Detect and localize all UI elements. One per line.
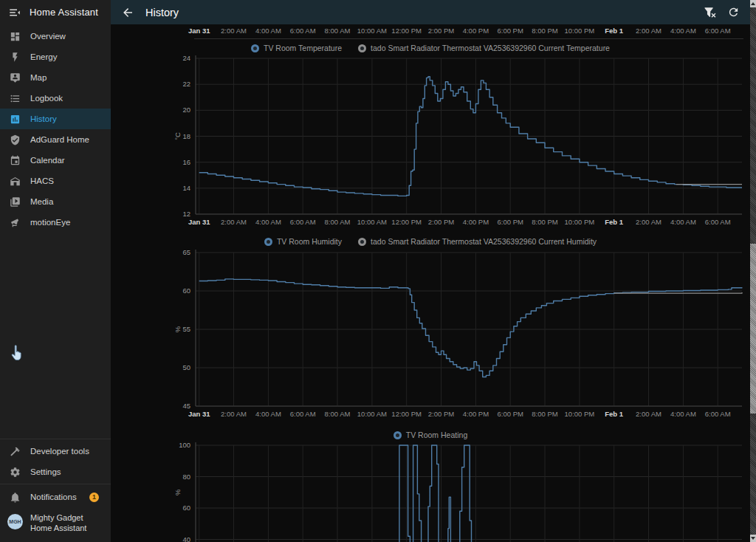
legend-label: TV Room Heating	[406, 430, 467, 439]
svg-text:10:00 PM: 10:00 PM	[565, 410, 595, 418]
scrollbar-down-button[interactable]	[750, 535, 756, 542]
axis-time-label: 2:00 PM	[428, 27, 454, 35]
svg-text:45: 45	[182, 402, 190, 410]
refresh-icon	[727, 6, 740, 18]
sidebar-item-calendar[interactable]: Calendar	[0, 150, 111, 171]
svg-text:°C: °C	[173, 132, 182, 140]
user-profile[interactable]: MGH Mighty Gadget Home Assistant	[0, 508, 111, 539]
svg-text:100: 100	[179, 441, 190, 449]
legend-label: TV Room Humidity	[277, 237, 342, 246]
app-title: Home Assistant	[30, 7, 98, 18]
legend-dot-icon	[251, 44, 259, 52]
svg-text:8:00 AM: 8:00 AM	[325, 218, 351, 226]
axis-time-label: 4:00 PM	[463, 27, 489, 35]
sidebar-item-logbook[interactable]: Logbook	[0, 88, 111, 109]
sidebar-item-label: Energy	[30, 52, 57, 61]
svg-text:55: 55	[182, 325, 190, 333]
legend-item-tv-room-humidity[interactable]: TV Room Humidity	[264, 237, 342, 246]
svg-text:4:00 PM: 4:00 PM	[463, 410, 489, 418]
scrollbar-up-button[interactable]	[750, 0, 756, 7]
dashboard-icon	[10, 31, 21, 42]
svg-text:40: 40	[182, 535, 190, 542]
sidebar-item-label: Developer tools	[30, 447, 89, 456]
sidebar-item-map[interactable]: Map	[0, 67, 111, 88]
humidity-chart-canvas[interactable]: 4550556065Jan 312:00 AM4:00 AM6:00 AM8:0…	[111, 247, 750, 425]
svg-text:Feb 1: Feb 1	[605, 410, 624, 418]
menu-toggle-button[interactable]	[8, 6, 21, 19]
filter-remove-button[interactable]	[704, 6, 716, 18]
svg-text:6:00 PM: 6:00 PM	[498, 410, 523, 418]
sidebar-divider	[0, 484, 111, 484]
svg-text:14: 14	[182, 184, 190, 192]
axis-time-label: 6:00 AM	[290, 27, 316, 35]
legend-label: tado Smart Radiator Thermostat VA2536392…	[371, 237, 597, 246]
sidebar-item-label: motionEye	[30, 218, 70, 227]
svg-text:10:00 PM: 10:00 PM	[565, 218, 595, 226]
series-line-tv-room-heating	[199, 445, 742, 542]
axis-time-label: 2:00 AM	[636, 27, 662, 35]
page-title: History	[145, 7, 179, 18]
sidebar-item-developer-tools[interactable]: Developer tools	[0, 441, 111, 462]
sidebar: Home Assistant OverviewEnergyMapLogbookH…	[0, 0, 111, 542]
legend-item-tv-room-heating[interactable]: TV Room Heating	[394, 430, 467, 439]
sidebar-item-motioneye[interactable]: motionEye	[0, 212, 111, 233]
avatar: MGH	[7, 514, 23, 529]
svg-text:6:00 AM: 6:00 AM	[705, 218, 731, 226]
axis-time-label: 8:00 AM	[325, 27, 351, 35]
bell-icon	[10, 492, 21, 503]
svg-text:10:00 AM: 10:00 AM	[357, 218, 387, 226]
sidebar-item-label: Map	[30, 73, 47, 82]
svg-text:2:00 AM: 2:00 AM	[636, 218, 662, 226]
svg-text:6:00 AM: 6:00 AM	[290, 218, 316, 226]
axis-time-label: 4:00 AM	[255, 27, 281, 35]
sidebar-item-settings[interactable]: Settings	[0, 462, 111, 482]
svg-text:18: 18	[182, 132, 190, 140]
svg-text:%: %	[173, 489, 182, 495]
sidebar-item-adguard-home[interactable]: AdGuard Home	[0, 129, 111, 150]
camera-icon	[10, 217, 21, 228]
scrollbar-thumb[interactable]	[750, 244, 756, 414]
bolt-icon	[10, 52, 21, 63]
humidity-chart-legend: TV Room Humiditytado Smart Radiator Ther…	[111, 236, 750, 247]
arrow-left-icon	[121, 6, 134, 19]
svg-text:2:00 AM: 2:00 AM	[636, 410, 662, 418]
legend-item-tado-smart-radiator-thermostat-va2536392960-current-humidity[interactable]: tado Smart Radiator Thermostat VA2536392…	[358, 237, 597, 246]
heating-chart-canvas[interactable]: 406080100%	[111, 441, 750, 542]
axis-time-label: 12:00 PM	[391, 27, 422, 35]
sidebar-item-notifications[interactable]: Notifications 1	[0, 486, 111, 508]
profile-name: Mighty Gadget Home Assistant	[30, 512, 106, 533]
chart-divider	[194, 38, 743, 39]
sidebar-item-label: Media	[30, 197, 53, 206]
svg-text:2:00 AM: 2:00 AM	[221, 218, 247, 226]
refresh-button[interactable]	[727, 6, 740, 18]
calendar-icon	[10, 155, 21, 166]
svg-text:4:00 PM: 4:00 PM	[463, 218, 489, 226]
svg-text:6:00 AM: 6:00 AM	[705, 410, 731, 418]
scrollbar[interactable]	[750, 0, 756, 542]
svg-text:12: 12	[182, 210, 190, 218]
axis-time-label: 10:00 AM	[357, 27, 387, 35]
sidebar-nav: OverviewEnergyMapLogbookHistoryAdGuard H…	[0, 26, 111, 233]
sidebar-item-label: Logbook	[30, 94, 63, 103]
svg-text:8:00 PM: 8:00 PM	[532, 218, 557, 226]
legend-dot-icon	[264, 238, 272, 246]
history-content: Jan 312:00 AM4:00 AM6:00 AM8:00 AM10:00 …	[111, 24, 750, 542]
menu-open-icon	[8, 6, 21, 19]
list-icon	[10, 93, 21, 104]
sidebar-item-overview[interactable]: Overview	[0, 26, 111, 47]
sidebar-item-history[interactable]: History	[0, 109, 111, 129]
axis-time-label: Feb 1	[605, 27, 623, 35]
temperature-chart-canvas[interactable]: 12141618202224Jan 312:00 AM4:00 AM6:00 A…	[111, 52, 750, 229]
sidebar-item-label: Calendar	[30, 156, 65, 165]
media-icon	[10, 196, 21, 207]
sidebar-item-media[interactable]: Media	[0, 191, 111, 212]
main-header: History	[111, 0, 750, 24]
sidebar-footer: Developer toolsSettings Notifications 1 …	[0, 437, 111, 539]
svg-text:4:00 AM: 4:00 AM	[670, 218, 696, 226]
svg-text:16: 16	[182, 158, 190, 166]
sidebar-item-energy[interactable]: Energy	[0, 47, 111, 67]
sidebar-item-hacs[interactable]: HACS	[0, 171, 111, 191]
svg-text:8:00 AM: 8:00 AM	[325, 410, 351, 418]
back-button[interactable]	[121, 6, 134, 19]
svg-text:2:00 PM: 2:00 PM	[428, 218, 454, 226]
